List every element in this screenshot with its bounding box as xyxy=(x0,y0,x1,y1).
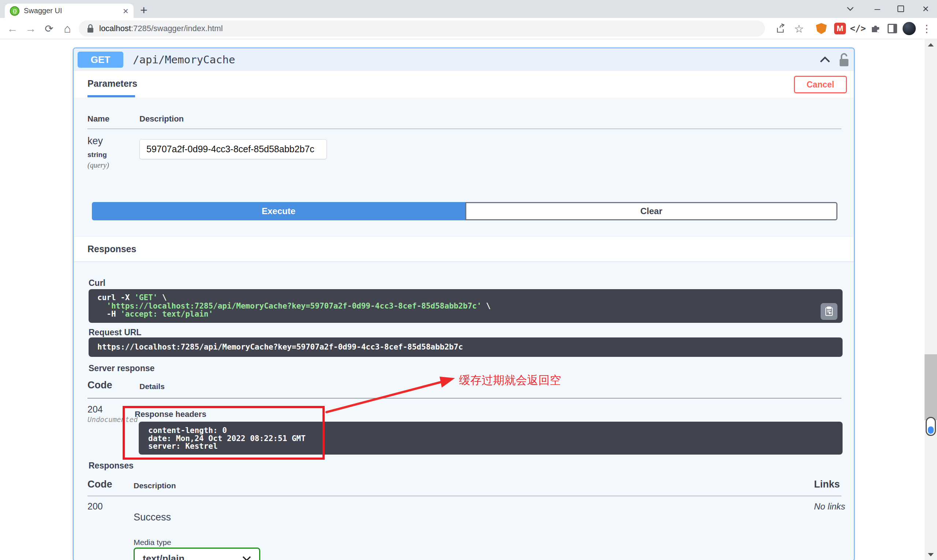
server-response-label: Server response xyxy=(89,363,154,373)
param-type: string xyxy=(88,151,107,159)
responses-col-links: Links xyxy=(814,479,840,490)
curl-label: Curl xyxy=(89,278,105,288)
auth-unlock-icon[interactable] xyxy=(838,53,850,69)
media-type-label: Media type xyxy=(134,538,171,547)
response-row-description: Success xyxy=(134,512,171,523)
opblock-get-memorycache: GET /api/MemoryCache Parameters Cancel N… xyxy=(73,48,855,560)
browser-tab[interactable]: { } Swagger UI × xyxy=(5,4,134,18)
side-panel-icon[interactable] xyxy=(884,18,900,39)
param-name: key xyxy=(88,135,103,147)
responses-col-description: Description xyxy=(134,481,176,490)
annotation-rectangle xyxy=(123,406,325,460)
media-type-select[interactable]: text/plain xyxy=(134,548,260,560)
opblock-tab-row: Parameters Cancel xyxy=(74,71,854,98)
select-chevron-down-icon xyxy=(242,556,251,560)
execute-button[interactable]: Execute xyxy=(92,202,465,220)
tab-search-chevron-icon[interactable] xyxy=(842,2,859,15)
tab-underline xyxy=(88,95,135,97)
browser-toolbar: ← → ⟳ ⌂ localhost:7285/swagger/index.htm… xyxy=(0,18,937,39)
collapse-chevron-icon[interactable] xyxy=(820,56,831,65)
forward-icon[interactable]: → xyxy=(22,18,40,39)
autoscroll-mouse-indicator xyxy=(926,417,936,436)
window-close-button[interactable]: × xyxy=(917,2,934,15)
documented-responses-label: Responses xyxy=(89,461,134,471)
scroll-down-icon[interactable] xyxy=(925,549,937,560)
server-response-col-code: Code xyxy=(88,380,112,391)
tab-title: Swagger UI xyxy=(24,6,123,15)
scroll-up-icon[interactable] xyxy=(925,39,937,50)
responses-col-code: Code xyxy=(88,479,112,490)
response-row-code: 200 xyxy=(88,501,103,512)
home-icon[interactable]: ⌂ xyxy=(58,18,76,39)
tab-strip: { } Swagger UI × + – × xyxy=(0,0,937,18)
server-response-code: 204 xyxy=(88,404,103,415)
code-extension-icon[interactable]: </> xyxy=(849,18,867,39)
profile-avatar[interactable] xyxy=(900,18,918,39)
bookmark-star-icon[interactable]: ☆ xyxy=(791,18,808,39)
browser-window: { } Swagger UI × + – × ← → ⟳ ⌂ localhost… xyxy=(0,0,937,560)
browser-menu-icon[interactable]: ⋮ xyxy=(919,18,934,39)
request-url-label: Request URL xyxy=(89,328,141,337)
reload-icon[interactable]: ⟳ xyxy=(40,18,58,39)
swagger-favicon-icon: { } xyxy=(10,6,19,16)
m-extension-icon[interactable]: M xyxy=(832,18,848,39)
responses-header-label: Responses xyxy=(88,244,136,254)
url-host: localhost xyxy=(99,24,131,33)
curl-command-block: curl -X 'GET' \ 'https://localhost:7285/… xyxy=(89,289,843,323)
divider xyxy=(88,398,842,398)
window-minimize-button[interactable]: – xyxy=(869,2,886,15)
url-path: :7285/swagger/index.html xyxy=(131,24,223,33)
param-value-input[interactable]: 59707a2f-0d99-4cc3-8cef-85d58abb2b7c xyxy=(140,139,327,159)
media-type-value: text/plain xyxy=(143,553,242,560)
divider xyxy=(88,128,842,129)
share-icon[interactable] xyxy=(772,18,789,39)
param-col-description: Description xyxy=(140,114,184,124)
http-method-badge: GET xyxy=(78,52,123,68)
lock-icon xyxy=(87,24,94,33)
endpoint-path: /api/MemoryCache xyxy=(133,54,235,66)
request-url-value: https://localhost:7285/api/MemoryCache?k… xyxy=(89,337,843,357)
window-maximize-button[interactable] xyxy=(892,2,909,15)
param-col-name: Name xyxy=(88,114,109,124)
opblock-summary[interactable]: GET /api/MemoryCache xyxy=(74,48,854,71)
address-bar[interactable]: localhost:7285/swagger/index.html xyxy=(79,20,765,37)
tab-parameters[interactable]: Parameters xyxy=(88,78,137,89)
page-scrollbar[interactable] xyxy=(925,39,937,560)
annotation-text: 缓存过期就会返回空 xyxy=(459,372,561,388)
param-location: (query) xyxy=(88,161,109,169)
new-tab-button[interactable]: + xyxy=(140,3,148,17)
divider xyxy=(88,495,842,496)
clear-button[interactable]: Clear xyxy=(465,202,837,220)
copy-to-clipboard-button[interactable] xyxy=(821,303,837,320)
tab-close-icon[interactable]: × xyxy=(123,6,128,16)
curl-code: curl -X 'GET' \ 'https://localhost:7285/… xyxy=(97,294,834,318)
back-icon[interactable]: ← xyxy=(4,18,21,39)
extensions-puzzle-icon[interactable] xyxy=(868,18,883,39)
scrollbar-thumb[interactable] xyxy=(925,354,937,420)
server-response-col-details: Details xyxy=(140,382,165,391)
cancel-button[interactable]: Cancel xyxy=(794,76,847,93)
response-row-links: No links xyxy=(814,502,845,512)
metamask-extension-icon[interactable] xyxy=(813,18,829,39)
responses-section-header: Responses xyxy=(74,237,854,262)
